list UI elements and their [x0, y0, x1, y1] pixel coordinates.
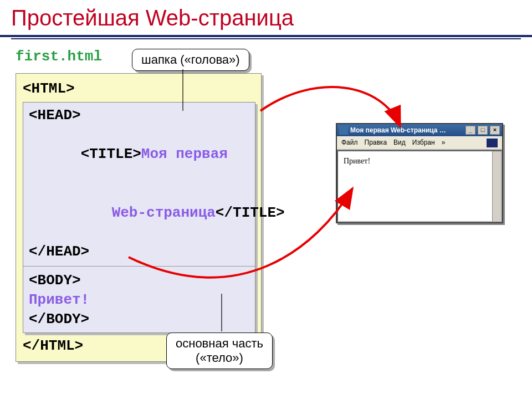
ie-icon: [339, 126, 348, 135]
title-text: Простейшая Web-страница: [11, 6, 294, 30]
callout-head-text: шапка («голова»): [141, 53, 240, 66]
browser-page: Привет!: [337, 150, 502, 222]
browser-menubar: Файл Правка Вид Избран »: [337, 136, 502, 150]
close-button[interactable]: ×: [490, 126, 500, 135]
minimize-button[interactable]: _: [466, 126, 475, 135]
menu-fav[interactable]: Избран: [412, 139, 435, 147]
scrollbar[interactable]: [492, 151, 501, 221]
code-head-close: </HEAD>: [29, 242, 249, 262]
code-title-close: </TITLE>: [216, 204, 285, 221]
browser-titlebar: Моя первая Web-страница … _ □ ×: [337, 124, 502, 136]
menu-edit[interactable]: Правка: [365, 139, 387, 147]
menu-more[interactable]: »: [442, 139, 446, 147]
code-title-text-1: Моя первая: [141, 146, 228, 162]
ie-logo-icon: [487, 139, 498, 147]
callout-head: шапка («голова»): [132, 49, 249, 71]
code-body-text: Привет!: [29, 290, 249, 310]
menu-file[interactable]: Файл: [341, 139, 358, 147]
code-title-open: <TITLE>: [81, 146, 141, 162]
filename-label: first.html: [16, 48, 532, 65]
maximize-button[interactable]: □: [478, 126, 488, 135]
page-title: Простейшая Web-страница: [0, 0, 532, 37]
page-content-text: Привет!: [344, 157, 370, 165]
code-head-open: <HEAD>: [29, 106, 249, 125]
browser-window: Моя первая Web-страница … _ □ × Файл Пра…: [336, 123, 503, 223]
code-block: <HTML> <HEAD> <TITLE>Моя первая Web-стра…: [16, 73, 262, 362]
code-title-line-1: <TITLE>Моя первая: [29, 125, 249, 183]
callout-body-text-2: («тело»): [176, 351, 263, 365]
code-head-body-box: <HEAD> <TITLE>Моя первая Web-страница</T…: [23, 102, 255, 333]
callout-body-text-1: основная часть: [176, 336, 263, 351]
code-body-open: <BODY>: [29, 271, 249, 290]
code-html-open: <HTML>: [23, 79, 261, 99]
code-title-line-2: Web-страница</TITLE>: [29, 183, 249, 242]
menu-view[interactable]: Вид: [393, 139, 406, 147]
browser-title-text: Моя первая Web-страница …: [350, 126, 463, 134]
code-title-text-2: Web-страница: [112, 204, 216, 221]
callout-body: основная часть («тело»): [166, 332, 273, 369]
code-body-close: </BODY>: [29, 310, 249, 329]
